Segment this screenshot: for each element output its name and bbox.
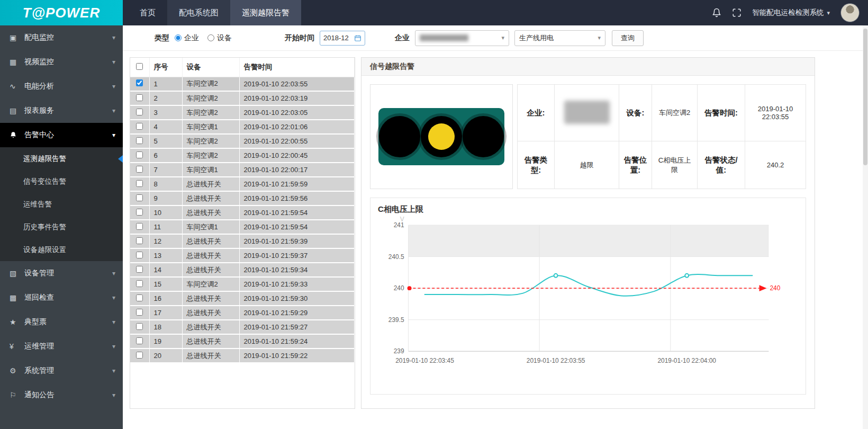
table-row[interactable]: 6 车间空调2 2019-01-10 22:00:45 [130, 148, 355, 163]
nav-tab-2[interactable]: 遥测越限告警 [230, 0, 301, 25]
cell-device: 总进线开关 [182, 248, 239, 263]
row-checkbox[interactable] [136, 352, 143, 359]
start-time-input[interactable]: 2018-12 [320, 31, 365, 46]
row-checkbox[interactable] [136, 309, 143, 316]
type-radio-1[interactable]: 设备 [207, 33, 232, 43]
row-checkbox[interactable] [136, 109, 143, 115]
cell-time: 2019-01-10 21:59:29 [239, 306, 355, 320]
table-row[interactable]: 12 总进线开关 2019-01-10 21:59:39 [130, 234, 355, 248]
row-checkbox[interactable] [136, 294, 143, 301]
start-time-label: 开始时间 [285, 33, 314, 43]
row-checkbox[interactable] [136, 252, 143, 258]
sidebar-item-video-monitor[interactable]: ▦ 视频监控 ▾ [0, 50, 123, 74]
traffic-light [378, 108, 504, 165]
table-row[interactable]: 20 总进线开关 2019-01-10 21:59:22 [130, 348, 355, 363]
table-row[interactable]: 2 车间空调2 2019-01-10 22:03:19 [130, 91, 355, 105]
sidebar-item-system-management[interactable]: ⚙ 系统管理 ▾ [0, 359, 123, 383]
sidebar-subitem-telemetry-limit-alarm[interactable]: 遥测越限告警 [0, 147, 123, 170]
type-info-value: 越限 [555, 141, 619, 189]
table-row[interactable]: 19 总进线开关 2019-01-10 21:59:24 [130, 334, 355, 348]
query-button[interactable]: 查询 [612, 30, 644, 46]
row-checkbox[interactable] [136, 123, 143, 130]
cell-no: 9 [149, 191, 182, 205]
notice-icon: ⚐ [10, 391, 23, 399]
table-row[interactable]: 17 总进线开关 2019-01-10 21:59:29 [130, 306, 355, 320]
type-radio-input-1[interactable] [207, 34, 214, 41]
nav-tab-1[interactable]: 配电系统图 [167, 0, 230, 25]
sidebar-item-report-service[interactable]: ▤ 报表服务 ▾ [0, 99, 123, 123]
table-row[interactable]: 14 总进线开关 2019-01-10 21:59:34 [130, 263, 355, 277]
cell-device: 车间空调2 [182, 148, 239, 163]
row-checkbox[interactable] [136, 94, 143, 101]
cell-no: 5 [149, 134, 182, 148]
scrollbar-thumb[interactable] [863, 29, 867, 165]
redacted-company-name [564, 101, 610, 124]
table-row[interactable]: 18 总进线开关 2019-01-10 21:59:27 [130, 320, 355, 334]
row-checkbox[interactable] [136, 223, 143, 230]
table-row[interactable]: 9 总进线开关 2019-01-10 21:59:56 [130, 191, 355, 205]
row-checkbox[interactable] [136, 237, 143, 244]
ops-icon: ¥ [10, 342, 23, 351]
table-row[interactable]: 10 总进线开关 2019-01-10 21:59:54 [130, 205, 355, 220]
sidebar-subitem-ops-alarm[interactable]: 运维告警 [0, 193, 123, 216]
cell-no: 11 [149, 220, 182, 234]
sidebar-item-device-management[interactable]: ▧ 设备管理 ▾ [0, 261, 123, 285]
nav-tab-0[interactable]: 首页 [128, 0, 167, 25]
page-scrollbar[interactable] [863, 25, 868, 429]
row-checkbox[interactable] [136, 79, 143, 86]
calendar-icon[interactable] [354, 34, 361, 42]
cell-no: 15 [149, 277, 182, 291]
row-checkbox[interactable] [136, 337, 143, 344]
sidebar-item-notice[interactable]: ⚐ 通知公告 ▾ [0, 383, 123, 407]
table-row[interactable]: 5 车间空调2 2019-01-10 22:00:55 [130, 134, 355, 148]
row-checkbox[interactable] [136, 194, 143, 201]
row-checkbox[interactable] [136, 151, 143, 158]
company-info-label: 企业: [518, 85, 555, 141]
row-checkbox[interactable] [136, 280, 143, 287]
sidebar-item-distribution-monitor[interactable]: ▣ 配电监控 ▾ [0, 25, 123, 50]
table-row[interactable]: 7 车间空调1 2019-01-10 22:00:17 [130, 163, 355, 177]
cell-no: 1 [149, 77, 182, 91]
sidebar-item-alarm-center[interactable]: 告警中心 ▾ [0, 123, 123, 147]
filter-bar: 类型 企业 设备 开始时间 2018-12 企业 ▾ 生产线用电 ▾ [123, 25, 863, 51]
sidebar-item-ops-management[interactable]: ¥ 运维管理 ▾ [0, 334, 123, 359]
svg-text:240: 240 [394, 284, 404, 292]
notification-bell-icon[interactable] [712, 8, 721, 17]
sidebar-subitem-history-event-alarm[interactable]: 历史事件告警 [0, 216, 123, 238]
cell-device: 车间空调1 [182, 220, 239, 234]
table-row[interactable]: 3 车间空调2 2019-01-10 22:03:05 [130, 105, 355, 120]
svg-text:2019-01-10 22:03:55: 2019-01-10 22:03:55 [527, 357, 585, 364]
table-row[interactable]: 8 总进线开关 2019-01-10 21:59:59 [130, 177, 355, 191]
row-checkbox[interactable] [136, 209, 143, 216]
row-checkbox[interactable] [136, 137, 143, 144]
table-row[interactable]: 13 总进线开关 2019-01-10 21:59:37 [130, 248, 355, 263]
cell-time: 2019-01-10 21:59:24 [239, 334, 355, 348]
type-radio-group: 企业 设备 [175, 33, 240, 43]
table-row[interactable]: 16 总进线开关 2019-01-10 21:59:30 [130, 291, 355, 306]
company-select[interactable]: ▾ [415, 30, 509, 46]
bell-icon [10, 131, 23, 139]
sidebar-item-patrol-inspection[interactable]: ▩ 巡回检查 ▾ [0, 285, 123, 310]
table-row[interactable]: 15 车间空调2 2019-01-10 21:59:33 [130, 277, 355, 291]
row-checkbox[interactable] [136, 323, 143, 330]
table-row[interactable]: 11 车间空调1 2019-01-10 21:59:54 [130, 220, 355, 234]
sidebar-subitem-device-limit-setting[interactable]: 设备越限设置 [0, 238, 123, 261]
type-radio-0[interactable]: 企业 [175, 33, 199, 43]
row-checkbox[interactable] [136, 180, 143, 187]
sidebar-item-energy-analysis[interactable]: ∿ 电能分析 ▾ [0, 74, 123, 99]
type-radio-input-0[interactable] [175, 34, 182, 41]
row-checkbox[interactable] [136, 166, 143, 173]
fullscreen-icon[interactable] [732, 8, 742, 17]
user-avatar[interactable] [840, 3, 860, 22]
chart-title: C相电压上限 [378, 204, 798, 215]
sidebar-item-typical-ticket[interactable]: ★ 典型票 ▾ [0, 310, 123, 334]
row-checkbox[interactable] [136, 266, 143, 273]
chevron-down-icon: ▾ [112, 294, 115, 301]
table-row[interactable]: 1 车间空调2 2019-01-10 22:03:55 [130, 77, 355, 91]
chevron-down-icon: ▾ [112, 58, 115, 66]
sidebar-subitem-signal-change-alarm[interactable]: 信号变位告警 [0, 170, 123, 193]
select-all-checkbox[interactable] [136, 63, 143, 70]
system-title-dropdown[interactable]: 智能配电运检检测系统 ▾ [752, 8, 830, 17]
line-select[interactable]: 生产线用电 ▾ [514, 30, 605, 46]
table-row[interactable]: 4 车间空调1 2019-01-10 22:01:06 [130, 120, 355, 134]
